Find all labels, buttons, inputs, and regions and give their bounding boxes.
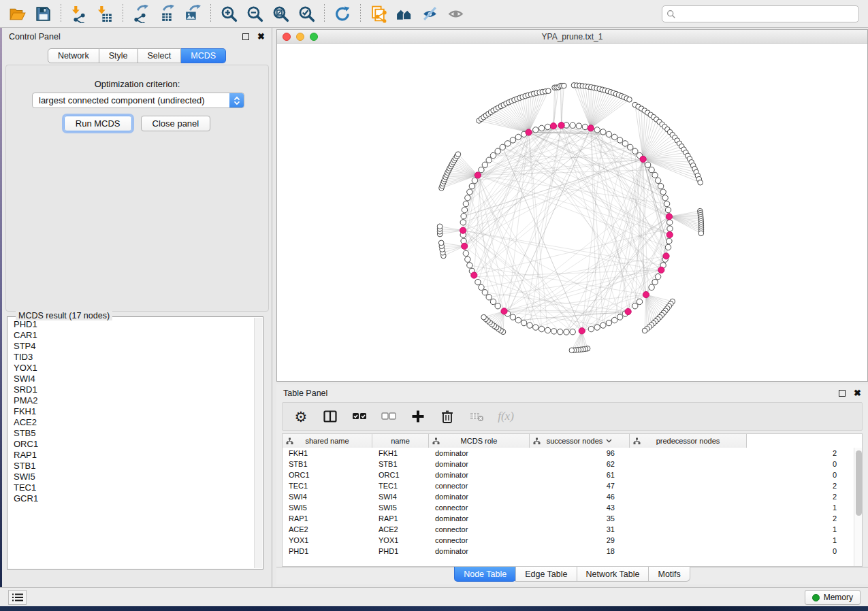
mcds-result-item[interactable]: STP4 (10, 341, 253, 352)
network-node[interactable] (515, 134, 521, 139)
network-node[interactable] (588, 326, 594, 331)
mcds-hub-node[interactable] (550, 123, 556, 129)
network-node[interactable] (570, 122, 575, 128)
network-node[interactable] (465, 257, 470, 262)
network-node[interactable] (622, 141, 628, 146)
tab-motifs[interactable]: Motifs (648, 567, 690, 582)
zoom-in-button[interactable] (216, 2, 242, 25)
network-node[interactable] (645, 162, 650, 167)
network-node[interactable] (490, 152, 496, 158)
network-leaf-node[interactable] (481, 314, 487, 320)
network-node[interactable] (649, 284, 654, 290)
network-node[interactable] (600, 323, 606, 328)
import-network-button[interactable] (66, 2, 92, 25)
network-node[interactable] (632, 148, 638, 154)
network-node[interactable] (594, 127, 600, 133)
network-leaf-node[interactable] (642, 328, 647, 333)
network-node[interactable] (539, 326, 544, 331)
mcds-hub-node[interactable] (460, 227, 466, 233)
network-node[interactable] (582, 124, 588, 129)
network-node[interactable] (600, 129, 606, 135)
network-node[interactable] (649, 167, 654, 172)
mcds-result-item[interactable]: SWI5 (10, 472, 253, 482)
network-node[interactable] (611, 317, 617, 323)
table-row-YOX1[interactable]: YOX1YOX1connector291 (283, 535, 854, 546)
mcds-result-item[interactable]: ORC1 (10, 439, 253, 450)
scrollbar-thumb[interactable] (856, 450, 862, 516)
tab-node-table[interactable]: Node Table (454, 567, 516, 582)
mcds-hub-node[interactable] (588, 125, 594, 131)
close-panel-icon[interactable]: ✖ (854, 390, 861, 397)
mcds-hub-node[interactable] (640, 156, 646, 162)
network-node[interactable] (665, 244, 671, 250)
run-mcds-button[interactable]: Run MCDS (64, 116, 132, 131)
table-row-ACE2[interactable]: ACE2ACE2connector311 (283, 524, 854, 535)
delete-row-button[interactable] (438, 408, 456, 425)
network-node[interactable] (655, 178, 660, 183)
mcds-result-item[interactable]: TEC1 (10, 482, 253, 493)
network-node[interactable] (495, 303, 500, 309)
network-overview-button[interactable] (391, 2, 417, 25)
mcds-result-item[interactable]: FKH1 (10, 406, 253, 417)
tab-style[interactable]: Style (99, 48, 138, 63)
table-vertical-scrollbar[interactable] (854, 448, 862, 566)
network-node[interactable] (551, 329, 556, 334)
table-row-PHD1[interactable]: PHD1PHD1dominator180 (283, 546, 854, 557)
network-leaf-node[interactable] (698, 180, 703, 185)
network-node[interactable] (667, 220, 673, 225)
network-node[interactable] (521, 320, 526, 325)
mcds-hub-node[interactable] (462, 243, 468, 249)
import-table-button[interactable] (92, 2, 118, 25)
float-panel-icon[interactable] (242, 33, 249, 40)
table-row-RAP1[interactable]: RAP1RAP1dominator352 (283, 513, 854, 524)
show-graphics-details-button[interactable] (443, 2, 469, 25)
table-row-SWI5[interactable]: SWI5SWI5connector431 (283, 502, 854, 513)
network-canvas[interactable] (277, 44, 867, 381)
network-node[interactable] (463, 201, 468, 206)
export-network-button[interactable] (128, 2, 154, 25)
mcds-hub-node[interactable] (475, 172, 481, 178)
network-leaf-node[interactable] (546, 88, 551, 94)
column-header-shared-name[interactable]: shared name (283, 434, 372, 448)
share-document-button[interactable] (366, 2, 391, 25)
column-header-name[interactable]: name (372, 434, 429, 448)
unselect-all-button[interactable] (380, 408, 398, 425)
network-node[interactable] (665, 207, 671, 212)
export-table-button[interactable] (154, 2, 180, 25)
mcds-result-item[interactable]: PHD1 (10, 319, 253, 330)
show-columns-button[interactable] (321, 408, 339, 425)
mcds-result-item[interactable]: SWI4 (10, 374, 253, 384)
network-node[interactable] (462, 207, 467, 212)
network-node[interactable] (662, 195, 668, 201)
network-node[interactable] (482, 290, 487, 295)
network-node[interactable] (533, 127, 539, 133)
table-row-STB1[interactable]: STB1STB1dominator620 (283, 459, 854, 469)
network-node[interactable] (666, 238, 672, 244)
table-settings-button[interactable]: ⚙ (292, 408, 310, 425)
zoom-window-button[interactable] (310, 33, 318, 41)
network-node[interactable] (558, 329, 563, 335)
network-node[interactable] (533, 325, 539, 330)
close-panel-icon[interactable]: ✖ (257, 33, 265, 40)
zoom-out-button[interactable] (242, 2, 268, 25)
column-header-successor-nodes[interactable]: successor nodes (530, 434, 630, 448)
mcds-hub-node[interactable] (501, 308, 507, 314)
network-node[interactable] (606, 320, 611, 325)
network-leaf-node[interactable] (698, 231, 704, 236)
close-window-button[interactable] (283, 33, 291, 41)
mcds-hub-node[interactable] (625, 308, 631, 314)
network-node[interactable] (632, 303, 638, 309)
network-node[interactable] (467, 189, 472, 195)
network-node[interactable] (539, 125, 544, 131)
network-node[interactable] (465, 195, 470, 201)
network-node[interactable] (495, 148, 500, 154)
memory-button[interactable]: Memory (805, 590, 861, 605)
network-node[interactable] (655, 274, 660, 279)
network-node[interactable] (576, 123, 581, 129)
network-node[interactable] (479, 284, 484, 290)
table-row-ORC1[interactable]: ORC1ORC1dominator610 (283, 469, 854, 480)
zoom-fit-button[interactable] (268, 2, 293, 25)
network-node[interactable] (660, 189, 666, 195)
network-node[interactable] (594, 325, 600, 330)
network-node[interactable] (628, 144, 633, 150)
